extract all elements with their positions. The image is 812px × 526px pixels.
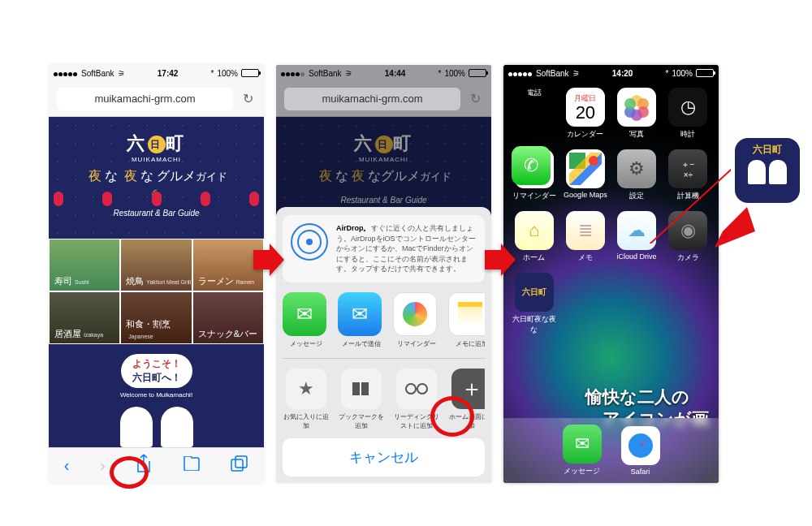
- battery-icon: [696, 69, 714, 77]
- status-time: 14:20: [612, 69, 633, 78]
- app-custom-shortcut[interactable]: 六日町六日町夜な夜な: [512, 273, 556, 335]
- bluetooth-icon: *: [438, 69, 442, 78]
- url-field[interactable]: muikamachi-grm.com: [284, 88, 460, 110]
- callout-appicon: 六日町: [735, 138, 800, 203]
- wifi-icon: ⚞: [345, 69, 352, 78]
- carrier-label: SoftBank: [536, 69, 569, 78]
- airdrop-panel[interactable]: AirDrop。すぐに近くの人と共有しましょう。AirDropをiOSでコントロ…: [283, 215, 485, 282]
- svg-point-3: [417, 384, 427, 394]
- share-messages[interactable]: ✉︎メッセージ: [283, 292, 330, 348]
- welcome-bubble: ようこそ！六日町へ！: [121, 354, 192, 388]
- share-notes[interactable]: メモに追加: [448, 292, 485, 348]
- share-reminders[interactable]: リマインダー: [393, 292, 440, 348]
- battery-pct: 100%: [217, 69, 238, 78]
- svg-point-7: [589, 156, 598, 166]
- tile-washoku[interactable]: 和食・割烹Japanese: [120, 291, 192, 344]
- reload-icon[interactable]: ↻: [240, 91, 256, 106]
- welcome-illustration: [55, 407, 257, 447]
- address-bar: muikamachi-grm.com ↻: [49, 81, 264, 117]
- share-sheet: AirDrop。すぐに近くの人と共有しましょう。AirDropをiOSでコントロ…: [276, 207, 491, 483]
- bluetooth-icon: *: [211, 69, 214, 78]
- tile-sushi[interactable]: 寿司Sushi: [49, 239, 120, 291]
- battery-pct: 100%: [444, 69, 465, 78]
- step-arrow-1: [252, 244, 284, 276]
- dock-safari[interactable]: Safari: [621, 426, 660, 476]
- status-bar: SoftBank ⚞ 14:44 * 100%: [276, 65, 491, 81]
- signal-icon: [508, 69, 533, 78]
- welcome-sub: Welcome to Muikamachi!: [55, 391, 257, 399]
- signal-icon: [54, 69, 78, 78]
- tile-yakitori[interactable]: 焼鳥Yakitori Meat Grill: [120, 239, 192, 291]
- welcome-section: ようこそ！六日町へ！ Welcome to Muikamachi! 六日町は越後…: [49, 344, 264, 450]
- tabs-icon[interactable]: [231, 455, 248, 476]
- battery-icon: [469, 69, 486, 77]
- step-arrow-2: [483, 244, 516, 276]
- action-bookmark[interactable]: ブックマークを追加: [338, 369, 385, 430]
- svg-rect-1: [235, 456, 247, 468]
- app-clock[interactable]: ◷時計: [666, 88, 710, 140]
- app-notes[interactable]: ≣メモ: [563, 211, 607, 263]
- phone-homescreen: SoftBank ⚞ 14:20 * 100% ✆電話 月曜日20カレンダー 写…: [503, 65, 719, 483]
- reload-icon[interactable]: ↻: [467, 91, 483, 106]
- hero-title: 六日町: [49, 117, 264, 156]
- airdrop-text: AirDrop。すぐに近くの人と共有しましょう。AirDropをiOSでコントロ…: [336, 223, 477, 274]
- dock-messages[interactable]: ✉︎メッセージ: [563, 425, 602, 476]
- wifi-icon: ⚞: [118, 69, 125, 78]
- hero-romaji: MUIKAMACHI: [49, 156, 264, 163]
- status-bar: SoftBank ⚞ 14:20 * 100%: [503, 65, 719, 81]
- carrier-label: SoftBank: [81, 69, 114, 78]
- tile-snack[interactable]: スナック&バー: [192, 291, 264, 344]
- hero-ribbon: Restaurant & Bar Guide: [49, 209, 264, 218]
- share-apps-row: ✉︎メッセージ ✉︎メールで送信 リマインダー メモに追加: [283, 292, 485, 348]
- callout-arrow: [698, 207, 755, 251]
- signal-icon: [281, 69, 305, 78]
- battery-icon: [241, 69, 259, 77]
- site-hero: 六日町 MUIKAMACHI 夜な 夜な グルメガイド ☾ Restaurant…: [49, 117, 264, 239]
- app-home[interactable]: ⌂ホーム: [512, 211, 556, 263]
- action-favorite[interactable]: ★お気に入りに追加: [283, 369, 330, 430]
- status-time: 14:44: [385, 69, 406, 78]
- url-field[interactable]: muikamachi-grm.com: [57, 88, 233, 110]
- app-phone[interactable]: ✆電話: [512, 88, 556, 140]
- svg-rect-0: [231, 459, 243, 471]
- status-time: 17:42: [158, 69, 179, 78]
- app-googlemaps[interactable]: Google Maps: [563, 149, 607, 201]
- svg-point-2: [406, 384, 416, 394]
- app-photos[interactable]: 写真: [615, 88, 659, 140]
- highlight-circle-share: [110, 456, 149, 489]
- status-bar: SoftBank ⚞ 17:42 * 100%: [49, 65, 264, 81]
- back-icon[interactable]: ‹: [64, 456, 70, 475]
- bookmarks-icon[interactable]: [183, 456, 201, 475]
- dock: ✉︎メッセージ Safari: [503, 418, 719, 483]
- highlight-circle-homescreen: [430, 396, 474, 437]
- battery-pct: 100%: [672, 69, 693, 78]
- wifi-icon: ⚞: [572, 69, 580, 78]
- tile-izakaya[interactable]: 居酒屋Izakaya: [49, 291, 120, 344]
- share-mail[interactable]: ✉︎メールで送信: [338, 292, 385, 348]
- safari-toolbar: ‹ ›: [49, 447, 264, 483]
- airdrop-icon: [291, 223, 328, 261]
- carrier-label: SoftBank: [309, 69, 342, 78]
- bluetooth-icon: *: [666, 69, 669, 78]
- address-bar: muikamachi-grm.com ↻: [276, 81, 491, 117]
- phone-safari-page: SoftBank ⚞ 17:42 * 100% muikamachi-grm.c…: [49, 65, 264, 483]
- cancel-button[interactable]: キャンセル: [283, 438, 485, 476]
- forward-icon[interactable]: ›: [100, 456, 106, 475]
- category-tiles: 寿司Sushi 焼鳥Yakitori Meat Grill ラーメンRamen …: [49, 239, 264, 344]
- app-calendar[interactable]: 月曜日20カレンダー: [563, 88, 607, 140]
